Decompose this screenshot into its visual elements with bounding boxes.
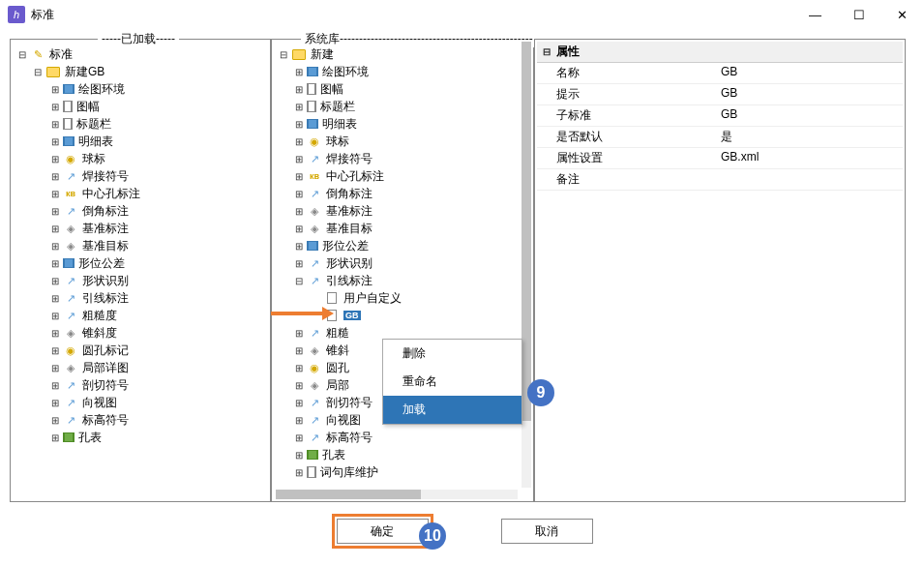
tree-item[interactable]: ↗ 标高符号 [15,411,266,429]
expander-icon[interactable] [293,153,305,164]
expander-icon[interactable] [293,432,305,443]
tree-item[interactable]: 标题栏 [276,98,529,115]
tree-item[interactable]: ◉ 球标 [15,150,266,167]
tree-item[interactable]: кв 中心孔标注 [15,185,266,202]
tree-item[interactable]: ◈ 基准目标 [276,220,529,237]
tree-item[interactable]: кв 中心孔标注 [276,167,529,185]
close-button[interactable]: ✕ [880,0,924,29]
expander-icon[interactable] [293,275,305,286]
expander-icon[interactable] [49,414,61,426]
expander-icon[interactable] [293,240,305,252]
tree-item[interactable]: ↗ 倒角标注 [15,202,266,220]
expander-icon[interactable] [49,240,61,252]
expander-icon[interactable] [293,379,305,391]
minimize-button[interactable]: — [793,0,837,29]
loaded-tree[interactable]: ✎ 标准 新建GB 绘图环境 图幅 标题栏 明细表 ◉ 球标 [11,40,270,452]
property-row[interactable]: 是否默认 是 [537,127,903,148]
expander-icon[interactable] [49,362,61,373]
ok-button[interactable]: 确定 [337,519,429,544]
expander-icon[interactable] [293,466,305,478]
expander-icon[interactable] [293,397,305,408]
tree-item[interactable]: ↗ 焊接符号 [276,150,529,167]
property-row[interactable]: 提示 GB [537,84,903,105]
expander-icon[interactable] [293,66,305,77]
expander-icon[interactable] [293,362,305,373]
tree-item[interactable]: ◉ 圆孔标记 [15,342,266,359]
tree-item[interactable]: 明细表 [276,115,529,133]
expander-icon[interactable] [293,344,305,356]
tree-item[interactable]: ↗ 形状识别 [276,254,529,272]
tree-item[interactable]: ↗ 引线标注 [15,289,266,307]
tree-item[interactable]: ↗ 倒角标注 [276,185,529,202]
tree-item[interactable]: ◉ 球标 [276,133,529,150]
tree-item[interactable]: ↗ 向视图 [15,394,266,411]
tree-item[interactable]: 图幅 [276,80,529,98]
tree-item[interactable]: ↗ 形状识别 [15,272,266,289]
tree-item[interactable]: 绘图环境 [15,80,266,98]
expander-icon[interactable] [293,118,305,130]
expander-icon[interactable] [49,135,61,147]
tree-item[interactable]: 形位公差 [276,237,529,254]
tree-root[interactable]: ✎ 标准 [15,45,266,63]
tree-item-gb-selected[interactable]: GB [276,307,529,324]
tree-item[interactable]: 孔表 [15,429,266,446]
tree-item[interactable]: 标题栏 [15,115,266,133]
expander-icon[interactable] [49,83,61,95]
expander-icon[interactable] [49,310,61,321]
maximize-button[interactable]: ☐ [837,0,880,29]
expander-icon[interactable] [49,292,61,304]
menu-item-删除[interactable]: 删除 [383,340,522,368]
expander-icon[interactable] [278,48,289,60]
tree-item[interactable]: ◈ 基准目标 [15,237,266,254]
menu-item-加载[interactable]: 加载 [383,396,522,424]
cancel-button[interactable]: 取消 [501,519,593,544]
expander-icon[interactable] [541,46,552,58]
expander-icon[interactable] [293,223,305,234]
property-row[interactable]: 名称 GB [537,63,903,84]
expander-icon[interactable] [49,327,61,339]
expander-icon[interactable] [293,135,305,147]
expander-icon[interactable] [293,101,305,112]
expander-icon[interactable] [16,48,28,60]
property-row[interactable]: 子标准 GB [537,105,903,127]
system-tree[interactable]: 新建 绘图环境 图幅 标题栏 明细表 ◉ 球标 ↗ 焊接符号 кв 中心孔标注 … [272,40,533,501]
expander-icon[interactable] [49,205,61,217]
tree-item[interactable]: 孔表 [276,446,529,463]
tree-item[interactable]: ↗ 粗糙度 [15,307,266,324]
expander-icon[interactable] [293,327,305,339]
expander-icon[interactable] [293,205,305,217]
properties-header[interactable]: 属性 [537,42,903,63]
tree-item[interactable]: ◈ 基准标注 [15,220,266,237]
expander-icon[interactable] [32,66,44,77]
expander-icon[interactable] [293,170,305,182]
tree-item[interactable]: ↗ 焊接符号 [15,167,266,185]
tree-item[interactable]: 图幅 [15,98,266,115]
expander-icon[interactable] [293,449,305,461]
expander-icon[interactable] [49,118,61,130]
tree-item[interactable]: ◈ 锥斜度 [15,324,266,342]
expander-icon[interactable] [49,188,61,199]
expander-icon[interactable] [49,153,61,164]
tree-item-user-custom[interactable]: 用户自定义 [276,289,529,307]
tree-item-open[interactable]: ↗ 引线标注 [276,272,529,289]
expander-icon[interactable] [49,170,61,182]
tree-item[interactable]: ↗ 剖切符号 [15,376,266,394]
expander-icon[interactable] [293,83,305,95]
expander-icon[interactable] [49,223,61,234]
expander-icon[interactable] [49,379,61,391]
expander-icon[interactable] [49,397,61,408]
expander-icon[interactable] [49,432,61,443]
property-row[interactable]: 备注 [537,169,903,191]
expander-icon[interactable] [49,344,61,356]
tree-item[interactable]: 绘图环境 [276,63,529,80]
expander-icon[interactable] [49,275,61,286]
scrollbar-vertical[interactable] [522,42,531,488]
expander-icon[interactable] [49,101,61,112]
tree-root[interactable]: 新建 [276,45,529,63]
tree-item[interactable]: ↗ 标高符号 [276,429,529,446]
tree-item[interactable]: ◈ 局部详图 [15,359,266,376]
expander-icon[interactable] [49,257,61,269]
expander-icon[interactable] [293,257,305,269]
expander-icon[interactable] [293,188,305,199]
tree-item[interactable]: 词句库维护 [276,463,529,481]
